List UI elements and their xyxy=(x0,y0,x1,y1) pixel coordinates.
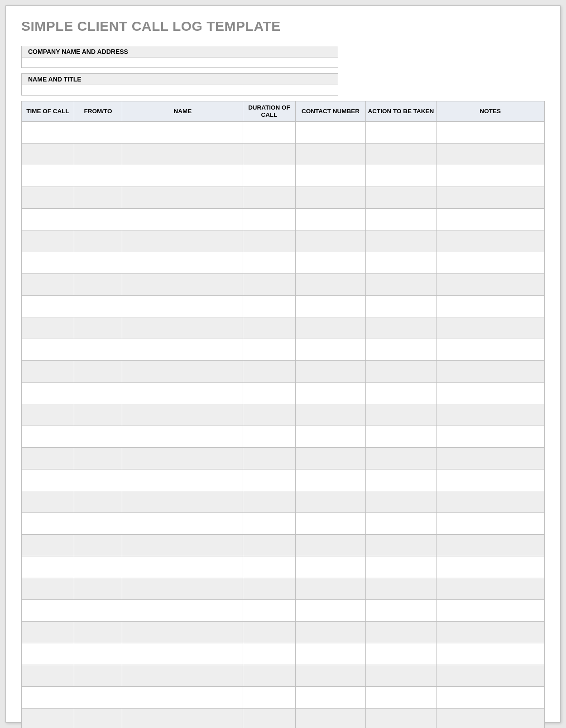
table-cell[interactable] xyxy=(74,448,122,469)
table-cell[interactable] xyxy=(122,209,243,230)
table-cell[interactable] xyxy=(243,296,296,317)
table-cell[interactable] xyxy=(74,556,122,578)
table-cell[interactable] xyxy=(122,687,243,709)
table-cell[interactable] xyxy=(22,426,74,448)
table-cell[interactable] xyxy=(366,383,436,404)
table-cell[interactable] xyxy=(436,578,544,600)
table-cell[interactable] xyxy=(436,448,544,469)
table-cell[interactable] xyxy=(122,187,243,209)
table-cell[interactable] xyxy=(436,665,544,687)
table-cell[interactable] xyxy=(436,709,544,728)
table-cell[interactable] xyxy=(122,252,243,274)
table-cell[interactable] xyxy=(436,230,544,252)
table-cell[interactable] xyxy=(122,426,243,448)
table-cell[interactable] xyxy=(436,274,544,296)
table-cell[interactable] xyxy=(22,513,74,535)
table-cell[interactable] xyxy=(74,600,122,622)
table-cell[interactable] xyxy=(295,491,365,513)
table-cell[interactable] xyxy=(436,535,544,556)
table-cell[interactable] xyxy=(22,578,74,600)
table-cell[interactable] xyxy=(295,296,365,317)
table-cell[interactable] xyxy=(122,556,243,578)
table-cell[interactable] xyxy=(366,578,436,600)
table-cell[interactable] xyxy=(122,317,243,339)
table-cell[interactable] xyxy=(436,687,544,709)
table-cell[interactable] xyxy=(436,404,544,426)
table-cell[interactable] xyxy=(122,448,243,469)
table-cell[interactable] xyxy=(22,296,74,317)
table-cell[interactable] xyxy=(295,643,365,665)
table-cell[interactable] xyxy=(122,274,243,296)
table-cell[interactable] xyxy=(295,469,365,491)
table-cell[interactable] xyxy=(122,535,243,556)
table-cell[interactable] xyxy=(22,230,74,252)
table-cell[interactable] xyxy=(436,643,544,665)
table-cell[interactable] xyxy=(295,448,365,469)
table-cell[interactable] xyxy=(122,122,243,144)
table-cell[interactable] xyxy=(243,274,296,296)
table-cell[interactable] xyxy=(366,513,436,535)
table-cell[interactable] xyxy=(74,317,122,339)
table-cell[interactable] xyxy=(436,209,544,230)
table-cell[interactable] xyxy=(22,709,74,728)
table-cell[interactable] xyxy=(22,665,74,687)
table-cell[interactable] xyxy=(122,144,243,165)
table-cell[interactable] xyxy=(436,491,544,513)
table-cell[interactable] xyxy=(122,230,243,252)
table-cell[interactable] xyxy=(22,144,74,165)
table-cell[interactable] xyxy=(22,469,74,491)
table-cell[interactable] xyxy=(122,665,243,687)
table-cell[interactable] xyxy=(74,578,122,600)
table-cell[interactable] xyxy=(22,600,74,622)
table-cell[interactable] xyxy=(22,165,74,187)
table-cell[interactable] xyxy=(436,339,544,361)
table-cell[interactable] xyxy=(436,296,544,317)
table-cell[interactable] xyxy=(436,469,544,491)
table-cell[interactable] xyxy=(243,448,296,469)
table-cell[interactable] xyxy=(366,187,436,209)
table-cell[interactable] xyxy=(366,600,436,622)
table-cell[interactable] xyxy=(436,361,544,383)
table-cell[interactable] xyxy=(295,709,365,728)
table-cell[interactable] xyxy=(366,665,436,687)
table-cell[interactable] xyxy=(74,274,122,296)
table-cell[interactable] xyxy=(243,556,296,578)
table-cell[interactable] xyxy=(243,339,296,361)
table-cell[interactable] xyxy=(74,687,122,709)
table-cell[interactable] xyxy=(74,665,122,687)
table-cell[interactable] xyxy=(74,426,122,448)
table-cell[interactable] xyxy=(243,122,296,144)
table-cell[interactable] xyxy=(295,165,365,187)
table-cell[interactable] xyxy=(122,643,243,665)
table-cell[interactable] xyxy=(366,144,436,165)
table-cell[interactable] xyxy=(22,622,74,643)
table-cell[interactable] xyxy=(366,339,436,361)
table-cell[interactable] xyxy=(436,165,544,187)
table-cell[interactable] xyxy=(243,144,296,165)
table-cell[interactable] xyxy=(243,230,296,252)
table-cell[interactable] xyxy=(243,622,296,643)
table-cell[interactable] xyxy=(74,513,122,535)
table-cell[interactable] xyxy=(366,448,436,469)
table-cell[interactable] xyxy=(243,643,296,665)
table-cell[interactable] xyxy=(74,187,122,209)
table-cell[interactable] xyxy=(295,426,365,448)
table-cell[interactable] xyxy=(366,252,436,274)
table-cell[interactable] xyxy=(74,165,122,187)
table-cell[interactable] xyxy=(295,622,365,643)
table-cell[interactable] xyxy=(22,535,74,556)
table-cell[interactable] xyxy=(295,252,365,274)
table-cell[interactable] xyxy=(243,404,296,426)
table-cell[interactable] xyxy=(22,122,74,144)
table-cell[interactable] xyxy=(22,383,74,404)
table-cell[interactable] xyxy=(74,144,122,165)
table-cell[interactable] xyxy=(366,535,436,556)
table-cell[interactable] xyxy=(122,709,243,728)
table-cell[interactable] xyxy=(22,317,74,339)
table-cell[interactable] xyxy=(243,317,296,339)
table-cell[interactable] xyxy=(366,404,436,426)
table-cell[interactable] xyxy=(122,513,243,535)
table-cell[interactable] xyxy=(295,230,365,252)
table-cell[interactable] xyxy=(366,491,436,513)
table-cell[interactable] xyxy=(74,709,122,728)
